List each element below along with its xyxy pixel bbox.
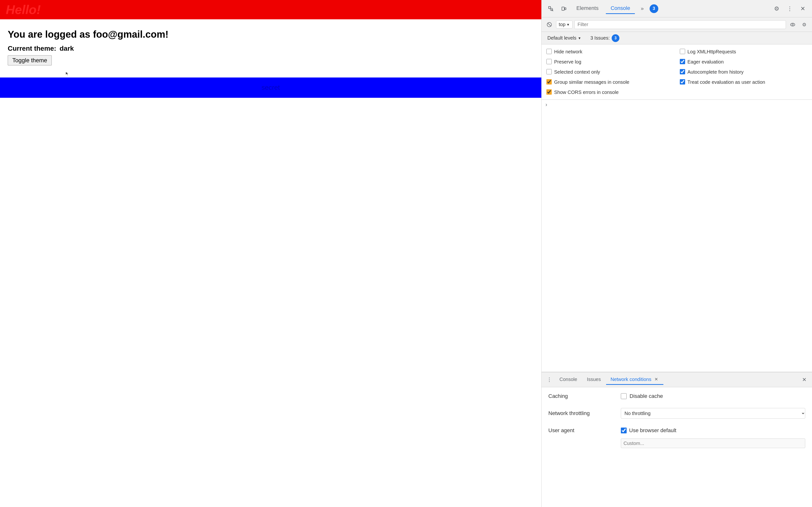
- tab-console[interactable]: Console: [606, 3, 635, 14]
- throttling-control: No throttling Fast 3G Slow 3G Offline: [621, 408, 805, 418]
- setting-eager-eval: Eager evaluation: [680, 58, 807, 65]
- default-levels-bar: Default levels ▼ 3 Issues: 3: [542, 32, 812, 44]
- devtools-close-button[interactable]: ✕: [798, 3, 808, 14]
- throttling-label: Network throttling: [548, 410, 621, 416]
- drawer-more-icon: ⋮: [547, 377, 552, 383]
- drawer-issues-label: Issues: [587, 377, 601, 382]
- console-log-area[interactable]: ›: [542, 100, 812, 372]
- svg-line-7: [548, 23, 551, 26]
- setting-show-cors: Show CORS errors in console: [546, 89, 674, 96]
- main-page: Hello! You are logged as foo@gmail.com! …: [0, 0, 541, 507]
- console-expand-chevron[interactable]: ›: [542, 100, 812, 110]
- page-content: You are logged as foo@gmail.com! Current…: [0, 19, 541, 75]
- drawer-close-icon: ✕: [802, 377, 806, 383]
- ua-control: Use browser default: [621, 427, 805, 448]
- tab-elements-label: Elements: [576, 5, 599, 11]
- svg-point-8: [791, 23, 795, 26]
- network-conditions-content: Caching Disable cache Network throttling…: [542, 387, 812, 507]
- console-settings-button[interactable]: ⚙: [800, 20, 809, 30]
- issues-count-area: 3 Issues: 3: [591, 34, 619, 42]
- setting-autocomplete: Autocomplete from history: [680, 68, 807, 75]
- default-levels-label: Default levels: [547, 35, 576, 41]
- chevron-down-icon: ▼: [566, 23, 570, 26]
- use-browser-default-checkbox[interactable]: [621, 428, 627, 433]
- bottom-drawer: ⋮ Console Issues Network conditions ✕ ✕ …: [542, 372, 812, 507]
- devtools-inspect-icon[interactable]: [546, 3, 556, 14]
- theme-value: dark: [59, 45, 74, 52]
- use-browser-default-label: Use browser default: [629, 427, 676, 434]
- tab-console-label: Console: [611, 5, 630, 11]
- setting-preserve-log: Preserve log: [546, 58, 674, 65]
- hide-network-checkbox[interactable]: [546, 49, 552, 54]
- context-value: top: [559, 22, 565, 27]
- show-cors-label: Show CORS errors in console: [554, 89, 619, 96]
- preserve-log-checkbox[interactable]: [546, 59, 552, 64]
- drawer-tab-close-button[interactable]: ✕: [653, 376, 659, 382]
- page-hello: Hello!: [6, 2, 41, 17]
- log-xhr-checkbox[interactable]: [680, 49, 685, 54]
- toggle-theme-button[interactable]: Toggle theme: [8, 55, 52, 65]
- drawer-tab-console[interactable]: Console: [555, 375, 581, 385]
- disable-cache-checkbox[interactable]: [621, 393, 627, 399]
- drawer-tab-network-conditions[interactable]: Network conditions ✕: [606, 375, 663, 385]
- console-filter-input[interactable]: [574, 20, 786, 29]
- tab-more-button[interactable]: »: [637, 4, 647, 14]
- log-xhr-label: Log XMLHttpRequests: [688, 48, 736, 55]
- logged-as-text: You are logged as foo@gmail.com!: [8, 29, 534, 40]
- setting-hide-network: Hide network: [546, 48, 674, 55]
- svg-marker-0: [66, 72, 69, 75]
- selected-context-checkbox[interactable]: [546, 69, 552, 74]
- issues-badge[interactable]: 3: [650, 4, 658, 13]
- throttling-select[interactable]: No throttling Fast 3G Slow 3G Offline: [621, 408, 805, 418]
- settings-icon: ⚙: [802, 22, 806, 27]
- hide-network-label: Hide network: [554, 48, 582, 55]
- svg-point-9: [792, 24, 794, 25]
- setting-treat-code: Treat code evaluation as user action: [680, 79, 807, 86]
- chevron-down-icon-levels: ▼: [578, 36, 581, 40]
- devtools-more-button[interactable]: ⋮: [784, 3, 795, 14]
- devtools-settings-button[interactable]: ⚙: [771, 3, 782, 14]
- devtools-top-bar: Elements Console » 3 ⚙ ⋮ ✕: [542, 0, 812, 17]
- ua-custom-input[interactable]: [621, 439, 805, 448]
- issues-count-badge[interactable]: 3: [612, 34, 619, 42]
- autocomplete-checkbox[interactable]: [680, 69, 685, 74]
- drawer-tab-bar: ⋮ Console Issues Network conditions ✕ ✕: [542, 372, 812, 387]
- caching-row: Caching Disable cache: [548, 393, 805, 399]
- caching-control: Disable cache: [621, 393, 805, 399]
- settings-left-column: Hide network Preserve log Selected conte…: [546, 48, 674, 96]
- svg-rect-1: [549, 6, 551, 8]
- theme-line: Current theme: dark: [8, 45, 534, 52]
- selected-context-label: Selected context only: [554, 68, 600, 75]
- console-clear-button[interactable]: [545, 20, 554, 30]
- ua-label: User agent: [548, 427, 621, 434]
- eager-eval-checkbox[interactable]: [680, 59, 685, 64]
- show-cors-checkbox[interactable]: [546, 89, 552, 95]
- cursor: [65, 71, 69, 76]
- console-eye-button[interactable]: [788, 20, 798, 30]
- drawer-more-button[interactable]: ⋮: [545, 375, 554, 385]
- drawer-tab-issues[interactable]: Issues: [582, 375, 605, 385]
- disable-cache-label: Disable cache: [629, 393, 663, 399]
- treat-code-label: Treat code evaluation as user action: [688, 79, 765, 86]
- close-icon: ✕: [800, 5, 805, 12]
- default-levels-button[interactable]: Default levels ▼: [546, 34, 583, 42]
- issues-count-label: 3 Issues:: [591, 35, 610, 41]
- tab-elements[interactable]: Elements: [571, 3, 603, 14]
- ua-checkbox-area: Use browser default: [621, 427, 805, 434]
- drawer-close-button[interactable]: ✕: [800, 375, 809, 385]
- treat-code-checkbox[interactable]: [680, 79, 685, 84]
- gear-icon: ⚙: [774, 5, 779, 12]
- devtools-device-icon[interactable]: [558, 3, 569, 14]
- throttling-row: Network throttling No throttling Fast 3G…: [548, 408, 805, 418]
- user-agent-row: User agent Use browser default: [548, 427, 805, 448]
- group-similar-checkbox[interactable]: [546, 79, 552, 84]
- svg-rect-5: [565, 8, 566, 10]
- setting-log-xhr: Log XMLHttpRequests: [680, 48, 807, 55]
- console-toolbar: top ▼ ⚙: [542, 17, 812, 32]
- group-similar-label: Group similar messages in console: [554, 79, 629, 86]
- devtools-panel: Elements Console » 3 ⚙ ⋮ ✕ top ▼: [541, 0, 812, 507]
- context-select[interactable]: top ▼: [556, 20, 572, 29]
- autocomplete-label: Autocomplete from history: [688, 68, 744, 75]
- eager-eval-label: Eager evaluation: [688, 58, 724, 65]
- dots-icon: ⋮: [787, 5, 793, 12]
